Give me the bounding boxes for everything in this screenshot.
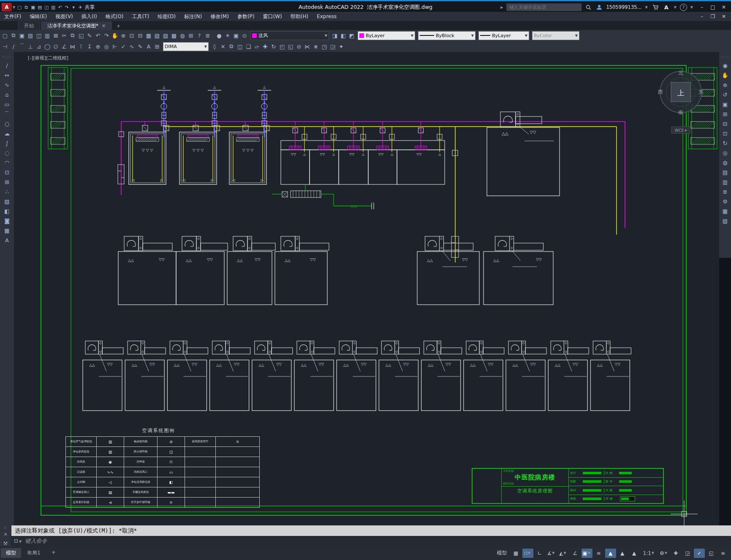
measure-icon[interactable]: ≣ bbox=[720, 187, 731, 197]
customization-menu-icon[interactable]: ≡ bbox=[717, 549, 728, 558]
layout-tab-模型[interactable]: 模型 bbox=[1, 548, 21, 558]
recent-commands-icon[interactable]: ⊡▼ bbox=[14, 538, 22, 544]
menu-item-9[interactable]: 参数(P) bbox=[233, 12, 259, 21]
showmotion-icon[interactable]: ▣ bbox=[720, 100, 731, 109]
compass-east[interactable]: 东 bbox=[698, 89, 704, 95]
lineweight-combo[interactable]: ByLayer▼ bbox=[478, 31, 529, 40]
copy-clip-icon[interactable]: ⧉ bbox=[68, 31, 77, 40]
polar-icon[interactable]: ∡▼ bbox=[546, 549, 557, 558]
layer-states-icon[interactable]: ▧ bbox=[153, 31, 161, 40]
tab-document[interactable]: 洁净手术室净化空调图*× bbox=[41, 22, 112, 30]
doc-minimize-button[interactable]: – bbox=[696, 14, 707, 19]
hatch-icon[interactable]: ▨ bbox=[2, 197, 13, 206]
extend-icon[interactable]: ⋉ bbox=[303, 42, 312, 51]
redo-icon[interactable]: ↷ bbox=[102, 31, 111, 40]
dim-jogged-icon[interactable]: ◯ bbox=[43, 42, 52, 51]
dim-inspect-icon[interactable]: ∿ bbox=[128, 42, 136, 51]
qsave-icon[interactable]: ▣ bbox=[18, 31, 26, 40]
pan-icon[interactable]: ✋ bbox=[111, 31, 119, 40]
help-caret-icon[interactable]: ▼ bbox=[690, 5, 693, 9]
app-store-icon[interactable] bbox=[651, 3, 660, 11]
share-button[interactable]: 共享 bbox=[84, 4, 95, 11]
dim-diameter-icon[interactable]: ∅ bbox=[52, 42, 60, 51]
dim-angular-icon[interactable]: ∠ bbox=[60, 42, 68, 51]
named-views-icon[interactable]: ◎ bbox=[720, 148, 731, 158]
open-icon[interactable]: ⧉ bbox=[23, 3, 30, 11]
fillet-icon[interactable]: ◲ bbox=[329, 42, 337, 51]
menu-item-7[interactable]: 标注(N) bbox=[180, 12, 206, 21]
chamfer-icon[interactable]: ◳ bbox=[320, 42, 329, 51]
center-mark-icon[interactable]: ✓ bbox=[119, 42, 128, 51]
xline-icon[interactable]: ↔ bbox=[2, 70, 13, 80]
ellipse-icon[interactable]: ◌ bbox=[2, 148, 13, 158]
tab-new-button[interactable]: + bbox=[114, 22, 123, 30]
table-icon[interactable]: ▦ bbox=[2, 226, 13, 235]
line-icon[interactable]: ∕ bbox=[2, 61, 13, 70]
menu-item-2[interactable]: 视图(V) bbox=[51, 12, 77, 21]
viewport-controls[interactable]: [-][俯视][二维线框] bbox=[28, 55, 68, 61]
graphics-icon[interactable]: ✓ bbox=[694, 549, 705, 558]
wcs-selector[interactable]: WCS ▾ bbox=[675, 128, 687, 133]
zoom-window-icon[interactable]: ⊡ bbox=[720, 129, 731, 138]
array-icon[interactable]: ▱ bbox=[253, 42, 261, 51]
dim-baseline-icon[interactable]: ⊺ bbox=[77, 42, 85, 51]
command-history[interactable]: 选择注释对象或 [放弃(U)/模式(M)]: *取消* bbox=[11, 525, 731, 536]
annotation-scale[interactable]: 1:1▼ bbox=[641, 549, 658, 558]
layer-match-icon[interactable]: ◩ bbox=[348, 31, 356, 40]
dim-update-icon[interactable]: ◊ bbox=[210, 42, 219, 51]
groups-icon[interactable]: ▥ bbox=[720, 177, 731, 187]
tolerance-icon[interactable]: ⊩ bbox=[111, 42, 119, 51]
sync-icon[interactable]: ≣ bbox=[204, 31, 212, 40]
tab-start[interactable]: 开始 bbox=[18, 22, 40, 30]
move-icon[interactable]: ✚ bbox=[261, 42, 269, 51]
menu-item-0[interactable]: 文件(F) bbox=[0, 12, 25, 21]
zoom-window-icon[interactable]: ⊡ bbox=[128, 31, 136, 40]
osnap-icon[interactable]: ▣▼ bbox=[582, 549, 592, 558]
break-icon[interactable]: ⋇ bbox=[312, 42, 320, 51]
close-button[interactable]: ✕ bbox=[718, 4, 729, 10]
toolbar-grip[interactable]: :::::: bbox=[720, 55, 730, 59]
orbit-icon[interactable]: ↺ bbox=[720, 90, 731, 100]
export-icon[interactable]: ◫ bbox=[43, 3, 50, 11]
doc-restore-button[interactable]: ❐ bbox=[707, 14, 718, 19]
zoom-in-icon[interactable]: ⊞ bbox=[720, 109, 731, 119]
ellipse-arc-icon[interactable]: ◠ bbox=[2, 158, 13, 168]
save-as-icon[interactable]: ▤ bbox=[36, 3, 43, 11]
scale-icon[interactable]: ◰ bbox=[278, 42, 286, 51]
account-label[interactable]: 1505999135... bbox=[606, 4, 641, 10]
settings-icon[interactable]: ⚙ bbox=[720, 197, 731, 206]
appmenu-caret-icon[interactable]: ▼ bbox=[13, 5, 15, 9]
linetype-combo[interactable]: ByBlock▼ bbox=[418, 31, 476, 40]
menu-item-12[interactable]: Express bbox=[313, 12, 341, 21]
grid-icon[interactable]: ▦ bbox=[720, 206, 731, 216]
compass-west[interactable]: 西 bbox=[658, 89, 663, 95]
paste-icon[interactable]: ◱ bbox=[77, 31, 85, 40]
point-icon[interactable]: ∴ bbox=[2, 187, 13, 197]
command-grip[interactable]: ⠿ bbox=[4, 526, 7, 530]
menu-item-1[interactable]: 编辑(E) bbox=[25, 12, 51, 21]
trim-icon[interactable]: ⊘ bbox=[295, 42, 303, 51]
undo-icon[interactable]: ↶ bbox=[57, 3, 63, 11]
arc-icon[interactable]: ⌒ bbox=[2, 109, 13, 119]
toolbar-grip[interactable]: :::::: bbox=[2, 55, 11, 59]
layer-combo[interactable]: 送风▼ bbox=[250, 31, 329, 40]
compass-south[interactable]: 南 bbox=[678, 109, 683, 115]
search-icon[interactable] bbox=[584, 3, 592, 11]
visual-styles-icon[interactable]: ◍ bbox=[720, 158, 731, 168]
dim-arc-icon[interactable]: ⌒ bbox=[18, 42, 26, 51]
offset-icon[interactable]: ❏ bbox=[244, 42, 253, 51]
circle-icon[interactable]: ○ bbox=[2, 119, 13, 129]
undo-icon[interactable]: ↶ bbox=[94, 31, 102, 40]
grid-icon[interactable]: ▦ bbox=[511, 549, 522, 558]
command-close-icon[interactable]: ✕ bbox=[3, 532, 7, 537]
revcloud-icon[interactable]: ☁ bbox=[2, 129, 13, 138]
erase-icon[interactable]: ✕ bbox=[219, 42, 227, 51]
view-compass[interactable]: 北南西东上WCS ▾ bbox=[658, 70, 704, 133]
user-icon[interactable] bbox=[595, 3, 603, 11]
minimize-button[interactable]: – bbox=[696, 4, 707, 10]
layer-thaw-icon[interactable]: ☀ bbox=[223, 31, 232, 40]
gradient-icon[interactable]: ◧ bbox=[2, 206, 13, 216]
match-props-icon[interactable]: ✎ bbox=[85, 31, 94, 40]
help-icon[interactable]: ? bbox=[680, 4, 687, 11]
annotation-visibility-icon[interactable]: ▲ bbox=[605, 549, 616, 558]
